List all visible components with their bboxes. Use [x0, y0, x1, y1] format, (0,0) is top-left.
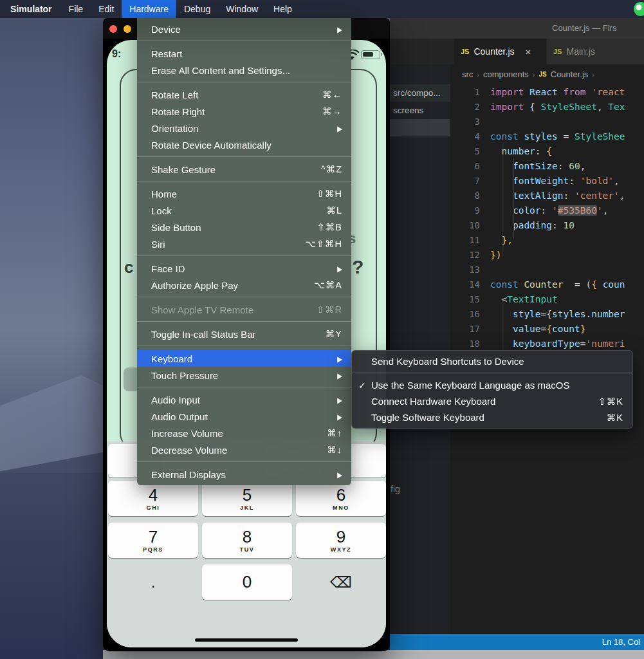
- menu-item-rotate-device-automatically[interactable]: Rotate Device Automatically: [137, 136, 351, 153]
- keypad-key-4[interactable]: 4GHI: [108, 481, 198, 516]
- menu-bar-item-window[interactable]: Window: [218, 0, 266, 18]
- code-line: 1import React from 'react: [450, 84, 644, 99]
- keypad-key-8[interactable]: 8TUV: [202, 523, 292, 558]
- menu-item-shortcut: ⇧⌘H: [317, 189, 342, 199]
- menu-item-label: Authorize Apple Pay: [151, 280, 306, 291]
- vscode-breadcrumb[interactable]: src›components›JSCounter.js›: [450, 64, 644, 84]
- keyboard-submenu: Send Keyboard Shortcuts to Device✓Use th…: [351, 350, 633, 429]
- breadcrumb-item-counter-js[interactable]: Counter.js: [551, 70, 589, 79]
- key-digit: 9: [336, 528, 345, 546]
- delete-icon: ⌫: [330, 573, 352, 591]
- menu-item-toggle-in-call-status-bar[interactable]: Toggle In-call Status Bar⌘Y: [137, 326, 351, 342]
- menu-item-shortcut: ⌥⌘A: [314, 280, 342, 290]
- menu-item-label: Keyboard: [151, 353, 329, 364]
- code-text: const styles = StyleShee: [490, 131, 625, 142]
- menu-item-use-the-same-keyboard-language-as-macos[interactable]: ✓Use the Same Keyboard Language as macOS: [352, 377, 632, 393]
- menu-item-shake-gesture[interactable]: Shake Gesture^⌘Z: [137, 161, 351, 178]
- keypad-key-5[interactable]: 5JKL: [202, 481, 292, 516]
- menu-item-external-displays[interactable]: External Displays▶: [137, 466, 351, 483]
- menu-item-shortcut: ⌘↓: [327, 445, 342, 455]
- menu-bar-app-name[interactable]: Simulator: [0, 0, 61, 18]
- code-text: textAlign: 'center',: [490, 190, 625, 201]
- menu-item-connect-hardware-keyboard[interactable]: Connect Hardware Keyboard⇧⌘K: [352, 393, 632, 409]
- menu-item-authorize-apple-pay[interactable]: Authorize Apple Pay⌥⌘A: [137, 277, 351, 293]
- menu-item-erase-all-content-and-settings[interactable]: Erase All Content and Settings...: [137, 62, 351, 79]
- tab-label: Main.js: [566, 46, 594, 57]
- menu-item-lock[interactable]: Lock⌘L: [137, 202, 351, 219]
- line-number: 7: [450, 176, 490, 186]
- line-number: 12: [450, 250, 490, 260]
- menu-item-audio-input[interactable]: Audio Input▶: [137, 391, 351, 408]
- breadcrumb-item-components[interactable]: components: [483, 70, 529, 79]
- line-number: 4: [450, 131, 490, 142]
- code-text: value={count}: [490, 324, 585, 334]
- menu-item-rotate-right[interactable]: Rotate Right⌘→: [137, 103, 351, 120]
- sidebar-item[interactable]: src/compo...: [390, 84, 450, 102]
- close-tab-icon[interactable]: ×: [526, 46, 531, 57]
- code-line: 6 fontSize: 60,: [450, 158, 644, 173]
- line-number: 6: [450, 161, 490, 171]
- submenu-arrow-icon: ▶: [337, 470, 342, 479]
- menu-bar-item-help[interactable]: Help: [266, 0, 300, 18]
- menu-item-device[interactable]: Device▶: [137, 21, 351, 37]
- menu-bar-item-debug[interactable]: Debug: [176, 0, 218, 18]
- sidebar-file-label-partial[interactable]: fig: [391, 484, 400, 494]
- menu-bar-item-file[interactable]: File: [61, 0, 91, 18]
- menu-item-keyboard[interactable]: Keyboard▶: [137, 350, 351, 367]
- menu-item-restart[interactable]: Restart: [137, 45, 351, 62]
- keypad-key-9[interactable]: 9WXYZ: [296, 523, 386, 558]
- keypad-key-6[interactable]: 6MNO: [296, 481, 386, 516]
- key-digit: 0: [243, 573, 252, 591]
- keypad-key-delete[interactable]: ⌫: [296, 564, 386, 600]
- desktop: Counter.js — Firs src/compo...screens fi…: [0, 0, 644, 659]
- menu-bar-item-hardware[interactable]: Hardware: [122, 0, 176, 18]
- menu-item-audio-output[interactable]: Audio Output▶: [137, 408, 351, 425]
- vscode-status-bar[interactable]: Ln 18, Col: [390, 634, 644, 650]
- sidebar-item[interactable]: [390, 119, 450, 136]
- tab-counter-js[interactable]: JSCounter.js×: [454, 39, 546, 64]
- menu-item-label: Connect Hardware Keyboard: [371, 396, 591, 407]
- menu-item-increase-volume[interactable]: Increase Volume⌘↑: [137, 425, 351, 441]
- menu-item-label: Rotate Left: [151, 89, 315, 100]
- vscode-titlebar[interactable]: Counter.js — Firs: [390, 18, 644, 39]
- menu-item-label: Lock: [151, 205, 318, 216]
- code-text: fontSize: 60,: [490, 161, 585, 171]
- menu-item-send-keyboard-shortcuts-to-device[interactable]: Send Keyboard Shortcuts to Device: [352, 353, 632, 369]
- breadcrumb-item-src[interactable]: src: [462, 70, 473, 79]
- screen-text-fragment: ?: [352, 256, 363, 278]
- indent-guide: [502, 144, 502, 257]
- menu-item-touch-pressure[interactable]: Touch Pressure▶: [137, 367, 351, 384]
- menu-separator: [137, 153, 351, 161]
- menu-item-toggle-software-keyboard[interactable]: Toggle Software Keyboard⌘K: [352, 409, 632, 425]
- menu-item-face-id[interactable]: Face ID▶: [137, 260, 351, 277]
- menu-item-rotate-left[interactable]: Rotate Left⌘←: [137, 86, 351, 103]
- menu-bar-item-edit[interactable]: Edit: [91, 0, 122, 18]
- line-number: 18: [450, 339, 490, 349]
- keypad-key-0[interactable]: 0: [202, 564, 292, 600]
- vscode-explorer-sidebar[interactable]: src/compo...screens fig: [390, 39, 450, 634]
- home-indicator[interactable]: [195, 638, 298, 642]
- vscode-window: Counter.js — Firs src/compo...screens fi…: [390, 18, 644, 650]
- code-line: 4const styles = StyleShee: [450, 129, 644, 144]
- js-file-icon: JS: [461, 48, 469, 55]
- line-number: 3: [450, 116, 490, 127]
- cursor-position-label[interactable]: Ln 18, Col: [602, 637, 640, 647]
- menu-item-shortcut: ⇧⌘R: [317, 304, 342, 315]
- minimize-window-button[interactable]: [124, 25, 131, 33]
- menu-item-side-button[interactable]: Side Button⇧⌘B: [137, 219, 351, 236]
- tab-main-js[interactable]: JSMain.js: [546, 39, 644, 64]
- close-window-button[interactable]: [109, 25, 117, 33]
- keypad-key-.[interactable]: .: [108, 564, 198, 600]
- line-number: 17: [450, 324, 490, 334]
- macos-menu-bar: SimulatorFileEditHardwareDebugWindowHelp: [0, 0, 644, 18]
- menu-bar-status-icon[interactable]: [634, 2, 644, 16]
- sidebar-item[interactable]: screens: [390, 102, 450, 119]
- menu-item-decrease-volume[interactable]: Decrease Volume⌘↓: [137, 441, 351, 458]
- menu-item-show-apple-tv-remote[interactable]: Show Apple TV Remote⇧⌘R: [137, 301, 351, 318]
- line-number: 8: [450, 190, 490, 201]
- menu-item-siri[interactable]: Siri⌥⇧⌘H: [137, 236, 351, 252]
- menu-item-home[interactable]: Home⇧⌘H: [137, 185, 351, 202]
- indent-guide: [513, 158, 514, 239]
- keypad-key-7[interactable]: 7PQRS: [108, 523, 198, 558]
- menu-item-orientation[interactable]: Orientation▶: [137, 120, 351, 136]
